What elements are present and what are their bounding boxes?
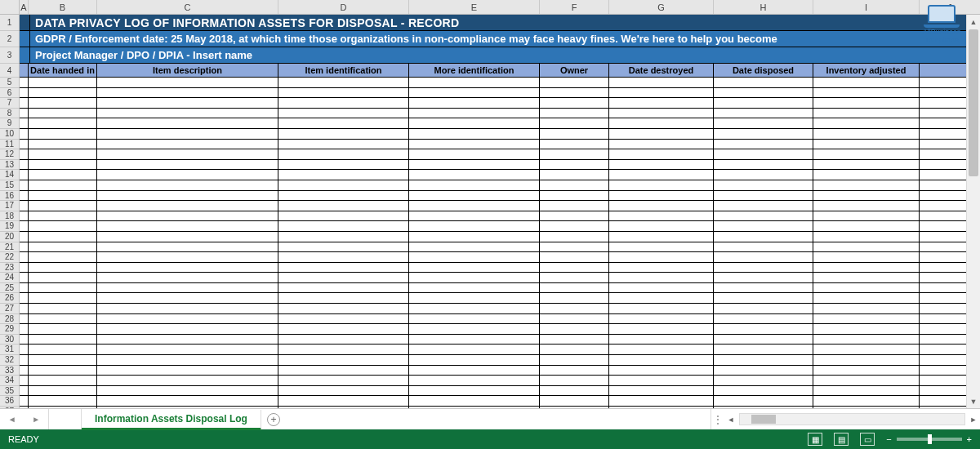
cell[interactable]	[278, 160, 409, 171]
cell[interactable]	[813, 376, 920, 386]
cell[interactable]	[29, 263, 97, 273]
cell[interactable]	[409, 293, 540, 304]
row-header[interactable]: 30	[0, 335, 20, 345]
column-header-F[interactable]: F	[540, 0, 609, 14]
cell[interactable]	[540, 293, 609, 304]
cell[interactable]	[409, 376, 540, 386]
cell[interactable]	[409, 118, 540, 129]
cell[interactable]	[29, 78, 97, 88]
cell[interactable]	[714, 129, 813, 140]
cell[interactable]	[409, 242, 540, 253]
cell[interactable]	[20, 232, 29, 242]
cell[interactable]	[20, 201, 29, 211]
cell[interactable]	[97, 170, 278, 180]
cell[interactable]	[714, 78, 813, 88]
cell[interactable]	[20, 88, 29, 99]
cell[interactable]	[409, 396, 540, 407]
row-header[interactable]: 24	[0, 273, 20, 283]
cell[interactable]	[278, 366, 409, 376]
cell[interactable]	[540, 109, 609, 119]
cell[interactable]	[97, 252, 278, 263]
row-header[interactable]: 33	[0, 366, 20, 376]
cell[interactable]	[20, 170, 29, 180]
row-header[interactable]: 28	[0, 314, 20, 325]
cell[interactable]	[409, 283, 540, 294]
cell[interactable]	[813, 191, 920, 202]
column-header-G[interactable]: G	[609, 0, 714, 14]
cell[interactable]	[813, 242, 920, 253]
cell[interactable]	[97, 232, 278, 242]
row-header[interactable]: 20	[0, 232, 20, 242]
cell[interactable]	[409, 335, 540, 345]
cell[interactable]	[540, 201, 609, 211]
table-header[interactable]: Item identification	[278, 64, 409, 78]
cell[interactable]	[813, 304, 920, 314]
cell[interactable]	[813, 273, 920, 283]
cell[interactable]	[540, 221, 609, 232]
cell[interactable]	[813, 201, 920, 211]
cell[interactable]	[609, 314, 714, 325]
cell[interactable]	[540, 366, 609, 376]
cell[interactable]	[20, 180, 29, 191]
cell[interactable]	[609, 180, 714, 191]
cell[interactable]	[609, 140, 714, 150]
cell[interactable]	[278, 263, 409, 273]
cell[interactable]	[409, 149, 540, 160]
row-header[interactable]: 26	[0, 293, 20, 304]
cell[interactable]	[20, 273, 29, 283]
cell[interactable]	[29, 345, 97, 355]
cell[interactable]	[29, 376, 97, 386]
cell[interactable]	[540, 283, 609, 294]
cell[interactable]	[714, 324, 813, 335]
cell[interactable]	[609, 355, 714, 366]
row-header[interactable]: 37	[0, 407, 20, 408]
row-header[interactable]: 36	[0, 396, 20, 407]
zoom-track[interactable]	[897, 438, 962, 441]
cell[interactable]	[20, 396, 29, 407]
cell[interactable]	[409, 314, 540, 325]
row-header[interactable]: 21	[0, 242, 20, 253]
cell[interactable]	[540, 407, 609, 408]
cell[interactable]	[29, 273, 97, 283]
cell[interactable]	[609, 407, 714, 408]
cell[interactable]	[29, 304, 97, 314]
column-header-C[interactable]: C	[97, 0, 278, 14]
cell[interactable]	[409, 160, 540, 171]
cell[interactable]	[278, 118, 409, 129]
cell[interactable]	[20, 324, 29, 335]
sheet-tab-active[interactable]: Information Assets Disposal Log	[82, 410, 261, 430]
column-headers[interactable]: ABCDEFGHIJ	[0, 0, 980, 15]
scroll-down-button[interactable]: ▼	[967, 394, 980, 408]
cell[interactable]	[20, 263, 29, 273]
cell[interactable]	[813, 149, 920, 160]
cell[interactable]	[609, 242, 714, 253]
cell[interactable]	[409, 211, 540, 222]
cell[interactable]	[813, 109, 920, 119]
cell[interactable]	[29, 211, 97, 222]
cell[interactable]	[540, 324, 609, 335]
cell[interactable]	[278, 283, 409, 294]
row-header[interactable]: 18	[0, 211, 20, 222]
cell[interactable]	[609, 232, 714, 242]
cell[interactable]	[97, 366, 278, 376]
row-header[interactable]: 23	[0, 263, 20, 273]
cell[interactable]	[20, 407, 29, 408]
cell[interactable]	[714, 160, 813, 171]
horizontal-scroll-track[interactable]	[739, 413, 965, 425]
cell[interactable]	[609, 211, 714, 222]
cell[interactable]	[813, 170, 920, 180]
cell[interactable]	[20, 129, 29, 140]
cell[interactable]	[29, 129, 97, 140]
cell[interactable]	[29, 88, 97, 99]
row-header[interactable]: 4	[0, 64, 20, 78]
cell[interactable]	[813, 78, 920, 88]
cell[interactable]	[278, 355, 409, 366]
cell[interactable]	[409, 170, 540, 180]
cell[interactable]	[278, 129, 409, 140]
cell[interactable]	[609, 263, 714, 273]
cell[interactable]	[278, 376, 409, 386]
cell[interactable]	[714, 355, 813, 366]
cell[interactable]	[20, 160, 29, 171]
cell[interactable]	[409, 252, 540, 263]
cell[interactable]	[409, 109, 540, 119]
